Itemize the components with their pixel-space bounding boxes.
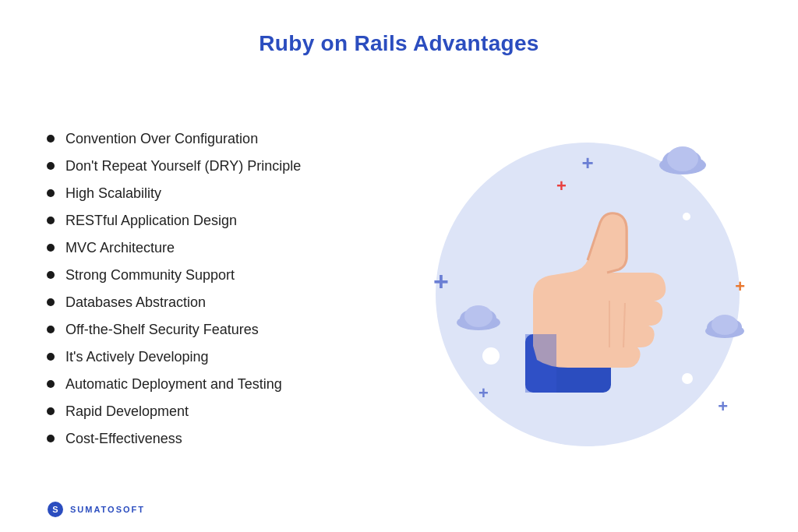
sumatosoft-logo-icon: S <box>47 501 64 518</box>
list-item-label: MVC Architecture <box>65 240 175 256</box>
list-item: Off-the-Shelf Security Features <box>47 322 408 338</box>
bullet-icon <box>47 435 55 442</box>
cloud-top-right-icon <box>655 142 711 174</box>
list-item: Convention Over Configuration <box>47 131 408 147</box>
list-item-label: RESTful Application Design <box>65 213 237 229</box>
list-item: Strong Community Support <box>47 267 408 284</box>
svg-rect-15 <box>525 334 556 393</box>
bullet-icon <box>47 135 55 143</box>
bullet-icon <box>47 326 55 333</box>
bullet-icon <box>47 217 55 224</box>
list-item-label: It's Actively Developing <box>65 349 209 365</box>
svg-point-3 <box>667 146 698 171</box>
list-item-label: Off-the-Shelf Security Features <box>65 322 259 338</box>
list-item: Don't Repeat Yourself (DRY) Principle <box>47 158 408 174</box>
plus-icon-left-mid: + <box>433 268 449 294</box>
advantages-list: Convention Over ConfigurationDon't Repea… <box>47 131 408 447</box>
plus-icon-top-center: + <box>581 153 593 173</box>
list-item-label: Don't Repeat Yourself (DRY) Principle <box>65 158 301 174</box>
advantages-list-section: Convention Over ConfigurationDon't Repea… <box>47 131 424 458</box>
list-item: MVC Architecture <box>47 240 408 256</box>
plus-icon-right-orange: + <box>735 278 745 295</box>
list-item-label: High Scalability <box>65 185 161 202</box>
plus-icon-top-right: + <box>719 145 734 170</box>
page-title: Ruby on Rails Advantages <box>47 31 751 56</box>
bullet-icon <box>47 162 55 170</box>
svg-point-11 <box>711 315 738 335</box>
list-item-label: Automatic Deployment and Testing <box>65 376 282 393</box>
list-item: High Scalability <box>47 185 408 202</box>
bullet-icon <box>47 298 55 306</box>
bullet-icon <box>47 189 55 197</box>
bullet-icon <box>47 244 55 252</box>
list-item: Cost-Effectiveness <box>47 431 408 447</box>
list-item: Databases Abstraction <box>47 294 408 311</box>
thumbs-up-illustration <box>471 182 704 416</box>
main-content: Convention Over ConfigurationDon't Repea… <box>47 79 751 509</box>
bullet-icon <box>47 380 55 388</box>
plus-icon-bottom-right: + <box>718 398 728 415</box>
bullet-icon <box>47 407 55 415</box>
bullet-icon <box>47 353 55 361</box>
svg-text:S: S <box>52 505 58 514</box>
list-item-label: Rapid Development <box>65 403 189 420</box>
illustration-section: + + + + + + + <box>424 131 751 458</box>
list-item-label: Databases Abstraction <box>65 294 206 311</box>
list-item: It's Actively Developing <box>47 349 408 365</box>
list-item: Rapid Development <box>47 403 408 420</box>
list-item-label: Cost-Effectiveness <box>65 431 182 447</box>
page-container: Ruby on Rails Advantages Convention Over… <box>0 0 798 532</box>
list-item-label: Convention Over Configuration <box>65 131 258 147</box>
cloud-right-mid-icon <box>701 311 748 338</box>
list-item: Automatic Deployment and Testing <box>47 376 408 393</box>
list-item: RESTful Application Design <box>47 213 408 229</box>
bullet-icon <box>47 271 55 279</box>
logo-area: S SUMATOSOFT <box>47 501 145 518</box>
list-item-label: Strong Community Support <box>65 267 235 284</box>
logo-text: SUMATOSOFT <box>70 505 145 514</box>
